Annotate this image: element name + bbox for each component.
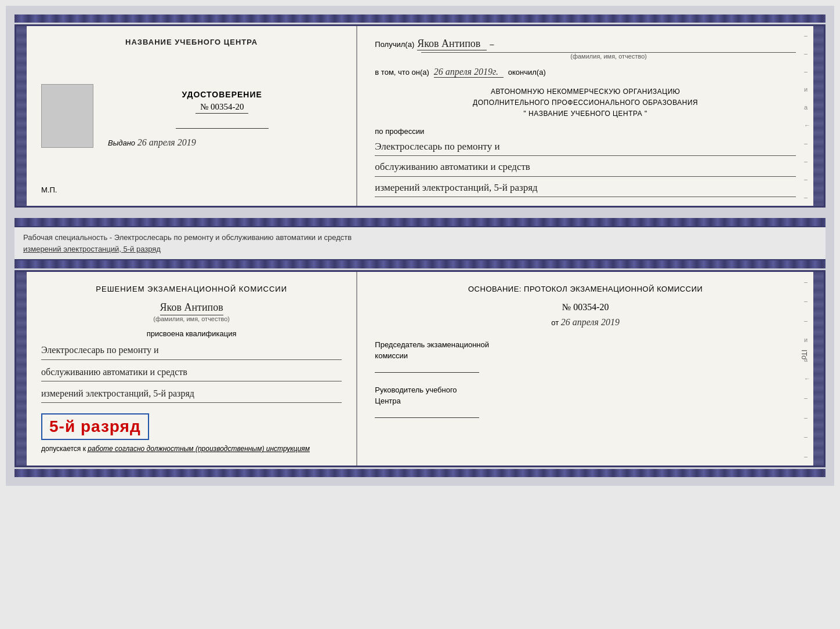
resolution-header: Решением экзаменационной комиссии: [41, 283, 342, 296]
osnovaniye: Основание: протокол экзаменационной коми…: [375, 283, 796, 295]
protocol-date-value: 26 апреля 2019: [561, 317, 620, 327]
rukovoditel-line1: Руководитель учебного: [375, 386, 457, 394]
chair-line1: Председатель экзаменационной: [375, 340, 489, 349]
top-certificate: НАЗВАНИЕ УЧЕБНОГО ЦЕНТРА УДОСТОВЕРЕНИЕ №…: [15, 24, 825, 208]
org-line1: АВТОНОМНУЮ НЕКОММЕРЧЕСКУЮ ОРГАНИЗАЦИЮ: [375, 86, 796, 97]
po-professii-label: по профессии: [375, 127, 796, 136]
dopuskaetsya-label: допускается к: [41, 445, 86, 453]
qualification-label: присвоена квалификация: [41, 329, 342, 338]
middle-strip-text2: измерений электростанций, 5-й разряд: [23, 245, 161, 253]
rank-box-wrapper: 5-й разряд: [41, 409, 342, 440]
dopuskaetsya-italic: работе согласно должностным (производств…: [88, 445, 310, 453]
org-block: АВТОНОМНУЮ НЕКОММЕРЧЕСКУЮ ОРГАНИЗАЦИЮ ДО…: [375, 86, 796, 120]
spine-right-bottom: [813, 272, 824, 466]
cert-info: УДОСТОВЕРЕНИЕ № 00354-20 Выдано 26 апрел…: [102, 84, 342, 148]
org-line2: ДОПОЛНИТЕЛЬНОГО ПРОФЕССИОНАЛЬНОГО ОБРАЗО…: [375, 97, 796, 108]
commission-chair: Председатель экзаменационной комиссии: [375, 339, 796, 373]
profession-line1: Электрослесарь по ремонту и: [375, 138, 796, 157]
qual-line1: Электрослесарь по ремонту и: [41, 341, 342, 359]
ito-text: ITo: [800, 350, 809, 359]
issued-date: 26 апреля 2019: [137, 137, 196, 147]
middle-strip: Рабочая специальность - Электрослесарь п…: [15, 226, 825, 260]
photo-placeholder: [41, 84, 93, 148]
issued-label: Выдано: [108, 139, 135, 147]
spine-left: [16, 26, 27, 206]
rank-text: 5-й разряд: [49, 417, 141, 435]
org-line3: " НАЗВАНИЕ УЧЕБНОГО ЦЕНТРА ": [375, 108, 796, 119]
top-decoration-bar: [15, 14, 825, 23]
rukovoditel: Руководитель учебного Центра: [375, 384, 796, 418]
top-left-page: НАЗВАНИЕ УЧЕБНОГО ЦЕНТРА УДОСТОВЕРЕНИЕ №…: [27, 26, 357, 206]
bottom-left-page: Решением экзаменационной комиссии Яков А…: [27, 272, 357, 466]
cert-number: № 00354-20: [195, 102, 249, 114]
right-dashes-bottom: –––иа←––––: [804, 272, 810, 466]
fio-label-top: (фамилия, имя, отчество): [421, 52, 796, 60]
rukovoditel-signature-line: [375, 417, 479, 418]
rukovoditel-line2: Центра: [375, 397, 400, 405]
protocol-date: от 26 апреля 2019: [375, 317, 796, 328]
bottom-decoration-bar-top: [15, 218, 825, 226]
chair-signature-line: [375, 372, 479, 373]
protocol-number: № 00354-20: [375, 302, 796, 312]
spine-right: [813, 26, 824, 206]
okonchil-label: окончил(а): [508, 68, 546, 77]
mp-label: М.П.: [41, 186, 57, 194]
cert-title: УДОСТОВЕРЕНИЕ: [182, 90, 262, 99]
qual-line2: обслуживанию автоматики и средств: [41, 363, 342, 381]
recipient-name: Яков Антипов: [417, 38, 487, 50]
org-name-top: НАЗВАНИЕ УЧЕБНОГО ЦЕНТРА: [125, 38, 258, 46]
left-middle-section: УДОСТОВЕРЕНИЕ № 00354-20 Выдано 26 апрел…: [41, 84, 342, 148]
issued-line: Выдано 26 апреля 2019: [102, 137, 196, 148]
top-decoration-bar-bottom: [15, 260, 825, 268]
page-container: НАЗВАНИЕ УЧЕБНОГО ЦЕНТРА УДОСТОВЕРЕНИЕ №…: [6, 6, 834, 486]
bottom-certificate: Решением экзаменационной комиссии Яков А…: [15, 270, 825, 467]
profession-line3: измерений электростанций, 5-й разряд: [375, 179, 796, 198]
vtom-line: в том, что он(а) 26 апреля 2019г. окончи…: [375, 67, 796, 78]
received-label: Получил(а): [375, 40, 414, 49]
right-dashes-top: –––иа←––––: [804, 26, 810, 206]
middle-strip-text1: Рабочая специальность - Электрослесарь п…: [23, 233, 352, 242]
rank-box: 5-й разряд: [41, 413, 149, 440]
fio-block: Яков Антипов (фамилия, имя, отчество): [41, 301, 342, 322]
spine-left-bottom: [16, 272, 27, 466]
fio-label-bottom: (фамилия, имя, отчество): [41, 315, 342, 322]
top-right-page: Получил(а) Яков Антипов – (фамилия, имя,…: [357, 26, 813, 206]
bottom-right-page: Основание: протокол экзаменационной коми…: [357, 272, 813, 466]
chair-line2: комиссии: [375, 351, 408, 360]
qual-line3: измерений электростанций, 5-й разряд: [41, 385, 342, 403]
bottom-decoration-bar-final: [15, 469, 825, 477]
fio-name: Яков Антипов: [160, 301, 223, 315]
received-line: Получил(а) Яков Антипов –: [375, 38, 796, 50]
profession-line2: обслуживанию автоматики и средств: [375, 158, 796, 177]
ot-label: от: [551, 318, 559, 327]
vtom-date: 26 апреля 2019г.: [434, 67, 504, 78]
dopuskaetsya-line: допускается к работе согласно должностны…: [41, 445, 342, 453]
vtom-label: в том, что он(а): [375, 68, 429, 77]
